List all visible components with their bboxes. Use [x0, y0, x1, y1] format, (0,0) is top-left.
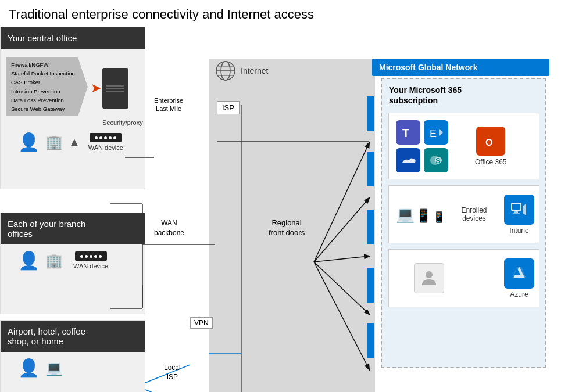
person-icon-branch: 👤: [18, 250, 40, 271]
azure-icon: [504, 258, 534, 289]
isp-box: ISP: [217, 101, 240, 114]
orange-arrow-icon: ➤: [91, 81, 101, 96]
security-item-6: Secure Web Gateway: [11, 105, 75, 113]
laptop-device-icon: 💻: [396, 206, 415, 224]
central-office-section: Your central office Firewall/NGFW Statef…: [0, 27, 145, 189]
sharepoint-icon: S: [424, 148, 448, 172]
wan-device-branch: [75, 251, 107, 261]
svg-rect-15: [514, 211, 518, 213]
svg-marker-7: [439, 129, 443, 136]
regional-front-doors-label: Regionalfront doors: [269, 218, 305, 238]
person-icon-remote: 👤: [18, 358, 40, 378]
triangle-icon: ▲: [69, 135, 80, 149]
security-item-4: Intrusion Prevention: [11, 87, 75, 96]
svg-line-40: [145, 390, 174, 392]
blue-bar-2: [367, 152, 374, 186]
teams-icon: T: [396, 120, 420, 145]
globe-icon: [215, 60, 236, 81]
remote-section: Airport, hotel, coffeeshop, or home 👤 💻: [0, 320, 145, 392]
svg-rect-16: [513, 213, 520, 214]
blue-bar-5: [367, 323, 374, 358]
branch-offices-section: Each of your branchoffices 👤 🏢 WAN devic…: [0, 213, 145, 314]
security-item-1: Firewall/NGFW: [11, 60, 75, 69]
enterprise-last-mile-label: EnterpriseLast Mile: [154, 96, 183, 113]
ms365-title: Your Microsoft 365subscription: [382, 79, 545, 109]
laptop-badge-remote: 💻: [45, 360, 63, 376]
office365-icon: O: [476, 127, 505, 156]
enrolled-devices-label: Enrolled devices: [449, 202, 499, 227]
security-device-icon: [102, 68, 128, 109]
exchange-icon: E: [424, 120, 448, 145]
security-proxy-label: Security/proxy: [102, 119, 145, 126]
blue-bar-3: [367, 210, 374, 244]
tablet-device-icon: 📱: [416, 208, 431, 224]
security-item-2: Stateful Packet Inspection: [11, 69, 75, 78]
internet-label: Internet: [241, 66, 268, 75]
device-icons: 💻 📱 📱: [389, 201, 449, 228]
enrolled-devices-box: 💻 📱 📱 Enrolled devices Intune: [388, 185, 539, 243]
msft-global-banner: Microsoft Global Network: [372, 59, 549, 76]
office-badge-branch: 🏢: [45, 253, 63, 269]
office365-label: Office 365: [475, 158, 506, 166]
blue-bar-4: [367, 268, 374, 303]
intune-icon: [504, 195, 534, 225]
wan-device-label-branch: WAN device: [73, 262, 108, 269]
azure-box: Azure: [388, 249, 539, 307]
remote-label: Airport, hotel, coffeeshop, or home: [1, 321, 145, 352]
page-title: Traditional enterprise connectivity and …: [0, 0, 561, 27]
branch-offices-label: Each of your branchoffices: [1, 213, 145, 244]
azure-id-section: [389, 258, 464, 298]
intune-label: Intune: [509, 226, 528, 235]
svg-text:T: T: [402, 127, 409, 139]
vpn-label-text: VPN: [194, 319, 209, 327]
svg-text:E: E: [430, 128, 437, 139]
svg-text:O: O: [485, 138, 492, 148]
office365-box: T E S: [388, 113, 539, 179]
office-badge-icon: 🏢: [45, 134, 63, 150]
blue-bar-1: [367, 96, 374, 131]
vpn-box: VPN: [190, 317, 213, 329]
wan-backbone-label: WANbackbone: [154, 218, 184, 238]
wan-device-central: [90, 133, 122, 142]
wan-device-label-central: WAN device: [88, 144, 123, 151]
person-icon-central: 👤: [18, 132, 40, 152]
azure-label: Azure: [510, 290, 528, 299]
svg-rect-14: [512, 204, 520, 210]
security-item-5: Data Loss Prevention: [11, 96, 75, 105]
central-office-label: Your central office: [1, 27, 145, 49]
svg-text:S: S: [435, 156, 441, 165]
o365-icons: T E S: [389, 116, 470, 177]
diagram-area: Internet Microsoft Global Network Your M…: [0, 27, 561, 392]
phone-device-icon: 📱: [433, 211, 445, 224]
azure-section: Azure: [499, 254, 539, 303]
svg-point-17: [426, 271, 433, 278]
intune-section: Intune: [499, 190, 539, 239]
azure-ad-icon: [414, 263, 444, 293]
security-item-3: CAS Broker: [11, 78, 75, 87]
security-list: Firewall/NGFW Stateful Packet Inspection…: [6, 57, 88, 116]
isp-label: ISP: [222, 103, 234, 112]
onedrive-icon: [396, 148, 420, 172]
local-isp-label: LocalISP: [164, 364, 181, 382]
